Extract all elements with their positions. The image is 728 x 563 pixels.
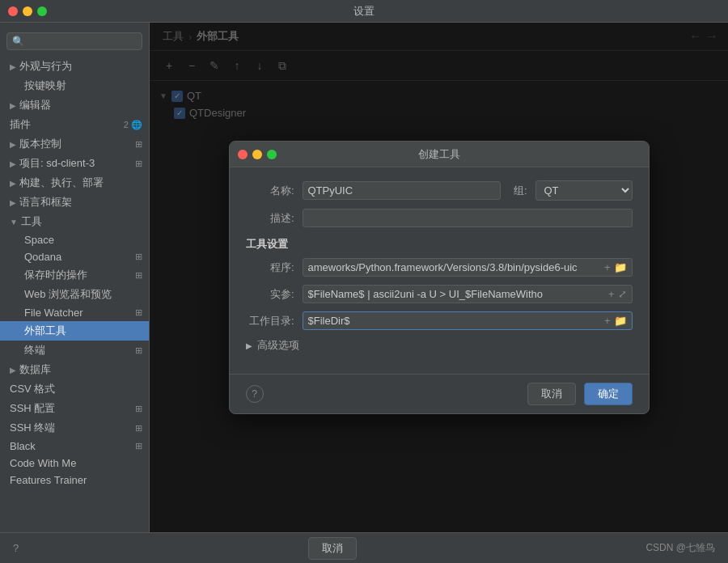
sidebar-item-file-watcher[interactable]: File Watcher ⊞ [0, 304, 149, 321]
sidebar-item-keymap[interactable]: 按键映射 [0, 76, 149, 95]
ext-icon: ⊞ [135, 345, 142, 356]
modal-cancel-button[interactable]: 取消 [527, 383, 576, 405]
sidebar-item-ssh-terminal[interactable]: SSH 终端 ⊞ [0, 418, 149, 438]
sidebar-item-label: Space [24, 234, 54, 246]
help-button[interactable]: ? [246, 385, 264, 403]
sidebar-item-editor[interactable]: ▶ 编辑器 [0, 95, 149, 115]
folder-icon[interactable]: 📁 [614, 315, 627, 327]
traffic-lights [8, 6, 47, 16]
program-input[interactable] [308, 261, 601, 273]
modal-ok-button[interactable]: 确定 [584, 383, 633, 405]
help-icon[interactable]: ? [13, 542, 19, 554]
group-label: 组: [514, 184, 527, 198]
modal-close-button[interactable] [238, 150, 248, 159]
sidebar-item-label: 外部工具 [24, 324, 66, 338]
sidebar-item-terminal[interactable]: 终端 ⊞ [0, 341, 149, 360]
ext-icon: ⊞ [135, 159, 142, 169]
modal-dialog: 创建工具 名称: 组: QT 描述: [229, 141, 650, 414]
sidebar-item-project[interactable]: ▶ 项目: sd-client-3 ⊞ [0, 154, 149, 173]
modal-minimize-button[interactable] [252, 150, 262, 159]
close-button[interactable] [8, 6, 18, 16]
add-icon[interactable]: + [604, 261, 611, 273]
sidebar-item-tools[interactable]: ▼ 工具 [0, 212, 149, 231]
collapse-arrow: ▶ [10, 179, 16, 188]
args-input[interactable] [308, 288, 605, 300]
sidebar-item-label: 保存时的操作 [24, 268, 87, 282]
watermark: CSDN @七雏鸟 [645, 541, 715, 555]
sidebar-item-save-actions[interactable]: 保存时的操作 ⊞ [0, 265, 149, 285]
sidebar-item-features-trainer[interactable]: Features Trainer [0, 472, 149, 489]
main-layout: 🔍 ▶ 外观与行为 按键映射 ▶ 编辑器 插件 2 🌐 ▶ 版本控制 ⊞ ▶ 项… [0, 23, 728, 532]
sidebar-item-space[interactable]: Space [0, 231, 149, 248]
maximize-button[interactable] [37, 6, 47, 16]
sidebar-item-label: CSV 格式 [10, 382, 55, 396]
workdir-label: 工作目录: [246, 314, 294, 328]
program-input-container: + 📁 [303, 258, 633, 277]
sidebar-item-label: Code With Me [10, 457, 76, 469]
sidebar-item-label: SSH 配置 [10, 401, 55, 416]
sidebar-item-web-browser[interactable]: Web 浏览器和预览 [0, 285, 149, 304]
sidebar-item-database[interactable]: ▶ 数据库 [0, 360, 149, 379]
add-icon[interactable]: + [604, 315, 611, 327]
sidebar-item-ssh-config[interactable]: SSH 配置 ⊞ [0, 399, 149, 418]
desc-label: 描述: [246, 211, 294, 226]
sidebar-item-label: 数据库 [19, 362, 51, 377]
program-row: 程序: + 📁 [246, 258, 633, 277]
desc-input[interactable] [303, 209, 633, 227]
ext-icon: ⊞ [135, 307, 142, 318]
sidebar-item-vcs[interactable]: ▶ 版本控制 ⊞ [0, 134, 149, 154]
workdir-input[interactable] [308, 315, 601, 327]
modal-maximize-button[interactable] [267, 150, 277, 159]
sidebar-item-label: 工具 [21, 214, 42, 229]
sidebar-item-label: 终端 [24, 343, 45, 358]
sidebar-item-qodana[interactable]: Qodana ⊞ [0, 248, 149, 265]
sidebar-item-label: Black [10, 440, 36, 452]
advanced-options-toggle[interactable]: ▶ 高级选项 [246, 338, 633, 353]
collapse-arrow: ▶ [10, 159, 16, 168]
bottom-bar: ? 取消 CSDN @七雏鸟 [0, 532, 728, 563]
args-label: 实参: [246, 287, 294, 302]
sidebar-item-label: 按键映射 [24, 78, 66, 93]
search-icon: 🔍 [12, 36, 24, 47]
sidebar-item-label: File Watcher [24, 307, 83, 319]
workdir-row: 工作目录: + 📁 [246, 311, 633, 330]
sidebar-item-plugins[interactable]: 插件 2 🌐 [0, 115, 149, 134]
sidebar-item-label: 插件 [10, 117, 31, 132]
sidebar-item-external-tools[interactable]: 外部工具 [0, 321, 149, 341]
sidebar-item-label: Features Trainer [10, 474, 87, 486]
program-label: 程序: [246, 260, 294, 275]
sidebar-item-label: 构建、执行、部署 [19, 176, 104, 190]
content-area: 工具 › 外部工具 ← → + − ✎ ↑ ↓ ⧉ ▼ ✓ QT ✓ [150, 23, 728, 532]
desc-row: 描述: [246, 209, 633, 227]
sidebar: 🔍 ▶ 外观与行为 按键映射 ▶ 编辑器 插件 2 🌐 ▶ 版本控制 ⊞ ▶ 项… [0, 23, 150, 532]
sidebar-item-label: 编辑器 [19, 98, 51, 112]
modal-traffic-lights [238, 150, 277, 159]
sidebar-item-languages[interactable]: ▶ 语言和框架 [0, 193, 149, 212]
collapse-arrow: ▶ [10, 101, 16, 110]
name-input[interactable] [303, 181, 501, 200]
sidebar-item-black[interactable]: Black ⊞ [0, 438, 149, 455]
sidebar-item-label: Qodana [24, 251, 61, 263]
ext-icon: ⊞ [135, 404, 142, 414]
ext-icon: ⊞ [135, 441, 142, 451]
group-select[interactable]: QT [535, 180, 633, 201]
args-row: 实参: + ⤢ [246, 285, 633, 303]
sidebar-item-appearance[interactable]: ▶ 外观与行为 [0, 57, 149, 76]
minimize-button[interactable] [23, 6, 32, 16]
add-icon[interactable]: + [608, 288, 615, 300]
sidebar-item-csv[interactable]: CSV 格式 [0, 379, 149, 399]
search-bar[interactable]: 🔍 [6, 32, 142, 50]
window-title: 设置 [353, 4, 375, 19]
badge-icon: 2 🌐 [124, 120, 142, 130]
sidebar-item-label: 语言和框架 [19, 195, 72, 210]
search-input[interactable] [28, 36, 137, 47]
sidebar-item-build[interactable]: ▶ 构建、执行、部署 [0, 173, 149, 193]
sidebar-item-label: 外观与行为 [19, 59, 72, 74]
bottom-cancel-button[interactable]: 取消 [308, 537, 357, 560]
sidebar-item-code-with-me[interactable]: Code With Me [0, 455, 149, 472]
folder-icon[interactable]: 📁 [614, 261, 627, 273]
ext-icon: ⊞ [135, 270, 142, 281]
modal-overlay: 创建工具 名称: 组: QT 描述: [150, 23, 728, 532]
expand-icon[interactable]: ⤢ [618, 288, 627, 300]
modal-footer: ? 取消 确定 [230, 374, 649, 413]
